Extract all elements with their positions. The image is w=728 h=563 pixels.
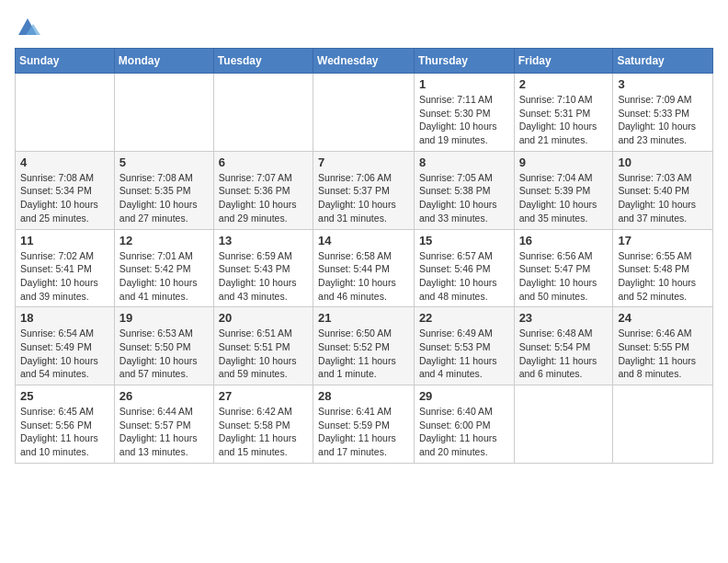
day-number: 8 xyxy=(419,155,509,169)
day-number: 4 xyxy=(20,155,109,169)
calendar-cell: 12Sunrise: 7:01 AM Sunset: 5:42 PM Dayli… xyxy=(114,229,213,307)
day-number: 26 xyxy=(119,389,209,403)
calendar-cell: 2Sunrise: 7:10 AM Sunset: 5:31 PM Daylig… xyxy=(514,74,613,152)
calendar-header-row: SundayMondayTuesdayWednesdayThursdayFrid… xyxy=(16,49,713,74)
day-info: Sunrise: 6:41 AM Sunset: 5:59 PM Dayligh… xyxy=(318,405,409,459)
day-info: Sunrise: 6:44 AM Sunset: 5:57 PM Dayligh… xyxy=(119,405,209,459)
day-number: 25 xyxy=(20,389,109,403)
header-friday: Friday xyxy=(514,49,613,74)
day-number: 27 xyxy=(219,389,308,403)
day-info: Sunrise: 7:07 AM Sunset: 5:36 PM Dayligh… xyxy=(219,171,308,225)
header-saturday: Saturday xyxy=(613,49,713,74)
day-info: Sunrise: 6:57 AM Sunset: 5:46 PM Dayligh… xyxy=(419,249,509,304)
day-info: Sunrise: 6:56 AM Sunset: 5:47 PM Dayligh… xyxy=(519,249,609,304)
calendar-cell: 17Sunrise: 6:55 AM Sunset: 5:48 PM Dayli… xyxy=(613,229,713,307)
day-info: Sunrise: 7:08 AM Sunset: 5:34 PM Dayligh… xyxy=(20,171,109,225)
calendar-cell: 29Sunrise: 6:40 AM Sunset: 6:00 PM Dayli… xyxy=(414,385,514,464)
calendar-cell: 15Sunrise: 6:57 AM Sunset: 5:46 PM Dayli… xyxy=(414,229,514,307)
day-info: Sunrise: 7:10 AM Sunset: 5:31 PM Dayligh… xyxy=(519,93,609,147)
day-info: Sunrise: 6:53 AM Sunset: 5:50 PM Dayligh… xyxy=(119,327,209,381)
calendar-cell: 14Sunrise: 6:58 AM Sunset: 5:44 PM Dayli… xyxy=(313,229,415,307)
day-info: Sunrise: 6:50 AM Sunset: 5:52 PM Dayligh… xyxy=(318,327,409,381)
day-info: Sunrise: 6:49 AM Sunset: 5:53 PM Dayligh… xyxy=(419,327,509,381)
header-wednesday: Wednesday xyxy=(313,49,415,74)
day-number: 28 xyxy=(318,389,409,403)
calendar-cell: 9Sunrise: 7:04 AM Sunset: 5:39 PM Daylig… xyxy=(514,151,613,229)
day-info: Sunrise: 6:54 AM Sunset: 5:49 PM Dayligh… xyxy=(20,327,109,381)
calendar-cell: 26Sunrise: 6:44 AM Sunset: 5:57 PM Dayli… xyxy=(114,385,213,464)
day-info: Sunrise: 7:02 AM Sunset: 5:41 PM Dayligh… xyxy=(20,249,109,304)
calendar-week-1: 4Sunrise: 7:08 AM Sunset: 5:34 PM Daylig… xyxy=(16,151,713,229)
header-tuesday: Tuesday xyxy=(213,49,313,74)
day-number: 29 xyxy=(419,389,509,403)
calendar-cell: 27Sunrise: 6:42 AM Sunset: 5:58 PM Dayli… xyxy=(213,385,313,464)
calendar-cell: 8Sunrise: 7:05 AM Sunset: 5:38 PM Daylig… xyxy=(414,151,514,229)
day-info: Sunrise: 6:59 AM Sunset: 5:43 PM Dayligh… xyxy=(219,249,308,304)
calendar-week-0: 1Sunrise: 7:11 AM Sunset: 5:30 PM Daylig… xyxy=(16,74,713,152)
day-number: 3 xyxy=(618,77,708,91)
day-info: Sunrise: 6:55 AM Sunset: 5:48 PM Dayligh… xyxy=(618,249,708,304)
calendar-cell xyxy=(313,74,415,152)
calendar-cell: 16Sunrise: 6:56 AM Sunset: 5:47 PM Dayli… xyxy=(514,229,613,307)
logo xyxy=(15,15,44,40)
page-header xyxy=(15,15,713,40)
calendar-table: SundayMondayTuesdayWednesdayThursdayFrid… xyxy=(15,48,713,464)
day-number: 17 xyxy=(618,234,708,247)
calendar-cell: 19Sunrise: 6:53 AM Sunset: 5:50 PM Dayli… xyxy=(114,307,213,385)
calendar-cell: 18Sunrise: 6:54 AM Sunset: 5:49 PM Dayli… xyxy=(16,307,115,385)
calendar-week-4: 25Sunrise: 6:45 AM Sunset: 5:56 PM Dayli… xyxy=(16,385,713,464)
day-number: 12 xyxy=(119,234,209,247)
calendar-cell xyxy=(16,74,115,152)
day-info: Sunrise: 6:51 AM Sunset: 5:51 PM Dayligh… xyxy=(219,327,308,381)
calendar-cell: 21Sunrise: 6:50 AM Sunset: 5:52 PM Dayli… xyxy=(313,307,415,385)
day-info: Sunrise: 6:46 AM Sunset: 5:55 PM Dayligh… xyxy=(618,327,708,381)
day-info: Sunrise: 6:40 AM Sunset: 6:00 PM Dayligh… xyxy=(419,405,509,459)
logo-icon xyxy=(15,15,40,40)
day-info: Sunrise: 6:45 AM Sunset: 5:56 PM Dayligh… xyxy=(20,405,109,459)
day-info: Sunrise: 7:11 AM Sunset: 5:30 PM Dayligh… xyxy=(419,93,509,147)
calendar-cell xyxy=(514,385,613,464)
day-number: 18 xyxy=(20,311,109,325)
header-thursday: Thursday xyxy=(414,49,514,74)
day-number: 15 xyxy=(419,234,509,247)
calendar-week-2: 11Sunrise: 7:02 AM Sunset: 5:41 PM Dayli… xyxy=(16,229,713,307)
day-info: Sunrise: 7:09 AM Sunset: 5:33 PM Dayligh… xyxy=(618,93,708,147)
day-info: Sunrise: 7:06 AM Sunset: 5:37 PM Dayligh… xyxy=(318,171,409,225)
calendar-cell: 3Sunrise: 7:09 AM Sunset: 5:33 PM Daylig… xyxy=(613,74,713,152)
day-number: 10 xyxy=(618,155,708,169)
header-monday: Monday xyxy=(114,49,213,74)
calendar-cell: 24Sunrise: 6:46 AM Sunset: 5:55 PM Dayli… xyxy=(613,307,713,385)
calendar-cell: 10Sunrise: 7:03 AM Sunset: 5:40 PM Dayli… xyxy=(613,151,713,229)
calendar-cell xyxy=(213,74,313,152)
day-number: 7 xyxy=(318,155,409,169)
day-number: 11 xyxy=(20,234,109,247)
day-info: Sunrise: 7:05 AM Sunset: 5:38 PM Dayligh… xyxy=(419,171,509,225)
calendar-cell xyxy=(114,74,213,152)
calendar-cell: 28Sunrise: 6:41 AM Sunset: 5:59 PM Dayli… xyxy=(313,385,415,464)
day-number: 6 xyxy=(219,155,308,169)
calendar-cell xyxy=(613,385,713,464)
day-info: Sunrise: 7:01 AM Sunset: 5:42 PM Dayligh… xyxy=(119,249,209,304)
calendar-cell: 11Sunrise: 7:02 AM Sunset: 5:41 PM Dayli… xyxy=(16,229,115,307)
calendar-cell: 25Sunrise: 6:45 AM Sunset: 5:56 PM Dayli… xyxy=(16,385,115,464)
day-number: 19 xyxy=(119,311,209,325)
day-number: 21 xyxy=(318,311,409,325)
day-info: Sunrise: 7:03 AM Sunset: 5:40 PM Dayligh… xyxy=(618,171,708,225)
day-info: Sunrise: 6:42 AM Sunset: 5:58 PM Dayligh… xyxy=(219,405,308,459)
calendar-cell: 4Sunrise: 7:08 AM Sunset: 5:34 PM Daylig… xyxy=(16,151,115,229)
day-info: Sunrise: 7:04 AM Sunset: 5:39 PM Dayligh… xyxy=(519,171,609,225)
day-number: 5 xyxy=(119,155,209,169)
day-number: 14 xyxy=(318,234,409,247)
day-number: 24 xyxy=(618,311,708,325)
calendar-cell: 7Sunrise: 7:06 AM Sunset: 5:37 PM Daylig… xyxy=(313,151,415,229)
day-number: 13 xyxy=(219,234,308,247)
calendar-cell: 20Sunrise: 6:51 AM Sunset: 5:51 PM Dayli… xyxy=(213,307,313,385)
day-number: 16 xyxy=(519,234,609,247)
calendar-cell: 6Sunrise: 7:07 AM Sunset: 5:36 PM Daylig… xyxy=(213,151,313,229)
calendar-cell: 13Sunrise: 6:59 AM Sunset: 5:43 PM Dayli… xyxy=(213,229,313,307)
day-number: 2 xyxy=(519,77,609,91)
day-info: Sunrise: 7:08 AM Sunset: 5:35 PM Dayligh… xyxy=(119,171,209,225)
day-number: 1 xyxy=(419,77,509,91)
header-sunday: Sunday xyxy=(16,49,115,74)
day-number: 20 xyxy=(219,311,308,325)
